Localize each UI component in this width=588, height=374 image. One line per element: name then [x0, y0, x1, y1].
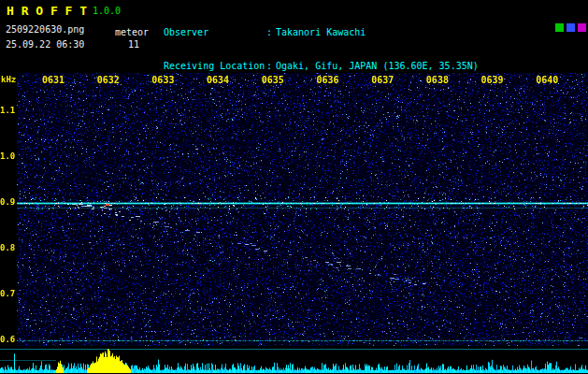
status-square-blue [566, 23, 575, 32]
station-row-observer: Observer:Takanori Kawachi [164, 27, 479, 38]
datetime-label: 25.09.22 06:30 [6, 39, 84, 50]
station-value: Ogaki, Gifu, JAPAN (136.60E, 35.35N) [276, 61, 479, 71]
station-label: Observer [164, 27, 266, 38]
hrofft-output: H R O F F T 1.0.0 2509220630.png meteor … [0, 0, 588, 374]
station-separator: : [266, 61, 276, 72]
freq-unit-label: kHz [1, 75, 16, 84]
status-square-green [555, 23, 564, 32]
spectrogram-canvas [0, 73, 588, 346]
status-square-magenta [578, 23, 586, 32]
signal-level-canvas [0, 346, 588, 374]
app-title: H R O F F T [7, 4, 87, 18]
station-row-location: Receiving Location:Ogaki, Gifu, JAPAN (1… [164, 61, 479, 72]
status-squares [555, 23, 586, 32]
mode-label: meteor [115, 27, 149, 37]
station-separator: : [266, 27, 276, 38]
station-label: Receiving Location [164, 61, 266, 72]
app-version: 1.0.0 [93, 6, 121, 16]
echo-count: 11 [128, 39, 139, 50]
output-filename: 2509220630.png [6, 24, 84, 35]
station-value: Takanori Kawachi [276, 27, 366, 37]
